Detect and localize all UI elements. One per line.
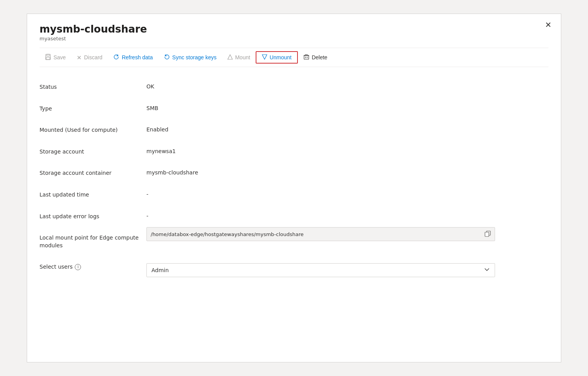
- unmount-icon: [262, 54, 267, 60]
- discard-label: Discard: [84, 54, 102, 60]
- storage-container-label: Storage account container: [40, 162, 140, 184]
- refresh-icon: [113, 54, 119, 61]
- delete-icon: [303, 54, 309, 61]
- close-button[interactable]: ✕: [545, 21, 552, 29]
- svg-rect-0: [46, 54, 50, 60]
- storage-account-value: mynewsa1: [140, 141, 548, 161]
- mount-label: Mount: [235, 54, 250, 60]
- svg-rect-1: [47, 54, 49, 56]
- chevron-down-icon: [484, 266, 490, 274]
- last-error-value: -: [140, 206, 548, 226]
- save-icon: [45, 54, 51, 61]
- save-label: Save: [53, 54, 66, 60]
- discard-button[interactable]: ✕ Discard: [71, 52, 108, 63]
- delete-label: Delete: [312, 54, 327, 60]
- select-users-value: Admin: [151, 267, 169, 273]
- panel-subtitle: myasetest: [40, 36, 548, 41]
- local-mount-value-container: /home/databox-edge/hostgatewayshares/mys…: [140, 227, 548, 248]
- type-value: SMB: [140, 98, 548, 118]
- status-value: OK: [140, 76, 548, 97]
- last-updated-value: -: [140, 184, 548, 204]
- select-users-dropdown[interactable]: Admin: [146, 263, 495, 277]
- panel-title: mysmb-cloudshare: [40, 23, 548, 35]
- save-button[interactable]: Save: [40, 52, 71, 63]
- unmount-button[interactable]: Unmount: [256, 51, 298, 64]
- copy-icon[interactable]: [485, 231, 491, 238]
- refresh-label: Refresh data: [122, 54, 153, 60]
- sync-icon: [164, 54, 170, 61]
- detail-panel: ✕ mysmb-cloudshare myasetest Save ✕ Disc…: [27, 14, 561, 362]
- type-label: Type: [40, 98, 140, 120]
- mounted-label: Mounted (Used for compute): [40, 119, 140, 141]
- info-icon[interactable]: i: [75, 264, 81, 270]
- refresh-button[interactable]: Refresh data: [108, 52, 158, 63]
- storage-container-value: mysmb-cloudshare: [140, 162, 548, 183]
- svg-rect-3: [304, 55, 309, 59]
- select-users-label: Select users i: [40, 256, 140, 278]
- mount-icon: [227, 54, 233, 60]
- sync-label: Sync storage keys: [172, 54, 217, 60]
- local-mount-path-text: /home/databox-edge/hostgatewayshares/mys…: [151, 231, 481, 237]
- select-users-control: Admin: [140, 256, 548, 284]
- storage-account-label: Storage account: [40, 141, 140, 163]
- svg-rect-2: [46, 57, 50, 59]
- delete-button[interactable]: Delete: [298, 52, 333, 63]
- unmount-label: Unmount: [270, 54, 292, 60]
- toolbar: Save ✕ Discard Refresh data Sync st: [40, 48, 548, 67]
- mounted-value: Enabled: [140, 119, 548, 140]
- local-mount-label: Local mount point for Edge compute modul…: [40, 227, 140, 256]
- mount-button[interactable]: Mount: [222, 52, 256, 63]
- last-error-label: Last update error logs: [40, 206, 140, 228]
- sync-button[interactable]: Sync storage keys: [158, 52, 222, 63]
- status-label: Status: [40, 76, 140, 98]
- last-updated-label: Last updated time: [40, 184, 140, 206]
- svg-rect-8: [485, 232, 489, 236]
- form-fields: Status OK Type SMB Mounted (Used for com…: [40, 76, 548, 284]
- discard-icon: ✕: [77, 55, 82, 60]
- local-mount-path-box: /home/databox-edge/hostgatewayshares/mys…: [146, 227, 495, 241]
